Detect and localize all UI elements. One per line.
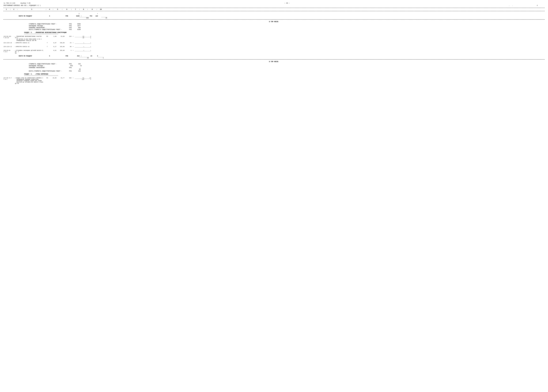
program-info: ПРОГРАММНЫЙ КОМПЛЕКС АВС-ЗЕС ( РЕДАКЦИЯ … [3,5,41,6]
data-row-133: 133.Е6-182Т.16-10 - - МОНОЛИТНЫЕ ЖЕЛЕЗОБ… [3,36,545,41]
column-headers: 1 : 2 : 3 : 4 : 5 : 6 : 7 : 8 : 9 : 10 [3,8,545,10]
data-row-137: 137.Е8-72-7Т.9-1 - -КЛАДКА СТЕН ИЗ СИЛИК… [3,77,545,84]
breakdown-row: НАКЛАДНЫЕ РАСХОДЫ - РУБ 1077 [29,25,545,27]
total-row-4-sub: 886 35 [3,17,545,19]
separator-after-total4 [3,19,545,20]
section-5-title: РАЗДЕЛ 5. ,МОНОЛИТНЫЕ ЖЕЛЕЗОБЕТОННЫЕ КОН… [24,32,545,33]
data-row-134: 134.С124-10 - -АРМАТУРА КЛАССА А1 Т 0,07… [3,42,545,45]
subheader: ПРОГРАММНЫЙ КОМПЛЕКС АВС-ЗЕС ( РЕДАКЦИЯ … [3,5,545,6]
section-6-underline: ===================================== [24,75,545,76]
row-markers: 2 • [3,13,545,15]
section-6-title: РАЗДЕЛ 6. ,СТЕНЫ КИРПИЧНЫЕ [24,73,545,75]
breakdown-row-5-2: НАКЛАДНЫЕ РАСХОДЫ - РУБ 54 [29,65,545,67]
subheader-right: . . 4 [509,5,545,6]
page-number: — 40 — [284,2,290,4]
total-row-5-sub: 26 1 [3,57,545,59]
page-container: тн 702-3-3.83 Альбом Y.85 — 40 — ПРОГРАМ… [3,2,545,84]
total-row-5: ВСЕГО ПО РАЗДЕЛУ 5 РУБ 410 • 23 3 [3,55,545,57]
col-separator [3,11,545,11]
page-header: тн 702-3-3.83 Альбом Y.85 — 40 — [3,2,545,4]
header-right-space [544,2,545,4]
data-row-135: 135.С124-12 - -АРМАТУРА КЛАССА А3 Т 0,27… [3,46,545,49]
breakdown-header-2: В ТОМ ЧИСЛЕ: [3,61,545,63]
breakdown-row: СТОИМОСТЬ ОБЩЕСТРОИТЕЛЬНЫХ РАБОТ - РУБ 6… [29,23,545,25]
breakdown-row-5-3: ПЛАНОВЫЕ НАКОПЛЕНИЯ - РУБ . 30 [29,67,545,70]
separator-after-total5 [3,59,545,60]
breakdown-section-4: СТОИМОСТЬ ОБЩЕСТРОИТЕЛЬНЫХ РАБОТ - РУБ 6… [29,23,545,30]
breakdown-header-1: В ТОМ ЧИСЛЕ: [3,21,545,23]
total-row-4: ВСЕГО ПО РАЗДЕЛУ 4 РУБ 8189 • 764 122 [3,15,545,17]
breakdown-row: ПЛАНОВЫЕ НАКОПЛЕНИЯ - РУБ 606 [29,27,545,28]
main-separator [3,8,545,8]
breakdown-row: ВСЕГО,СТОИМОСТЬ ОБЩЕСТРОИТЕЛЬНЫХ РАБОТ -… [29,29,545,30]
doc-code: тн 702-3-3.83 Альбом Y.85 [3,2,30,4]
data-row-136: 136.Е6-84Т.9-8 - -УСТАНОВКА ЗАКЛАДНЫХ ДЕ… [3,50,545,54]
breakdown-section-5: СТОИМОСТЬ ОБЩЕСТРОИТЕЛЬНЫХ РАБОТ - РУБ 3… [29,63,545,72]
breakdown-row-5-4: ВСЕГО,СТОИМОСТЬ ОБЩЕСТРОИТЕЛЬНЫХ РАБОТ -… [29,70,545,72]
breakdown-row-5-1: СТОИМОСТЬ ОБЩЕСТРОИТЕЛЬНЫХ РАБОТ - РУБ 3… [29,63,545,65]
section-5-underline: ===================================== [24,34,545,35]
